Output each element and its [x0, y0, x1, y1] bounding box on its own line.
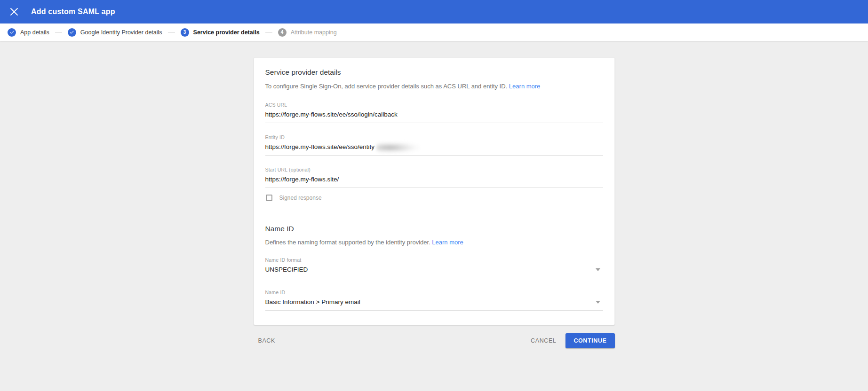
- wizard-footer: BACK CANCEL CONTINUE: [254, 333, 615, 348]
- start-url-input[interactable]: https://forge.my-flows.site/: [265, 176, 603, 188]
- acs-url-input[interactable]: https://forge.my-flows.site/ee/sso/login…: [265, 111, 603, 123]
- entity-id-value: https://forge.my-flows.site/ee/sso/entit…: [265, 143, 375, 150]
- acs-url-label: ACS URL: [265, 102, 603, 108]
- signed-response-label: Signed response: [279, 195, 322, 201]
- step-service-provider-details[interactable]: 3 Service provider details: [181, 28, 260, 37]
- back-button[interactable]: BACK: [254, 334, 280, 348]
- step-complete-check-icon: [8, 28, 16, 37]
- name-id-format-label: Name ID format: [265, 257, 603, 263]
- name-id-format-field: Name ID format UNSPECIFIED: [265, 257, 603, 278]
- name-id-field: Name ID Basic Information > Primary emai…: [265, 289, 603, 311]
- name-id-label: Name ID: [265, 289, 603, 295]
- acs-url-field: ACS URL https://forge.my-flows.site/ee/s…: [265, 102, 603, 123]
- step-separator: [55, 32, 62, 32]
- step-google-idp-details[interactable]: Google Identity Provider details: [68, 28, 162, 37]
- learn-more-link[interactable]: Learn more: [509, 83, 540, 90]
- start-url-label: Start URL (optional): [265, 167, 603, 172]
- acs-url-value: https://forge.my-flows.site/ee/sso/login…: [265, 111, 398, 118]
- name-id-value: Basic Information > Primary email: [265, 298, 360, 305]
- continue-button[interactable]: CONTINUE: [565, 333, 614, 348]
- cancel-button[interactable]: CANCEL: [526, 334, 561, 348]
- card-description-text: To configure Single Sign-On, add service…: [265, 83, 508, 90]
- step-separator: [168, 32, 175, 32]
- name-id-select[interactable]: Basic Information > Primary email: [265, 298, 603, 311]
- card-title: Service provider details: [265, 68, 603, 77]
- chevron-down-icon: [596, 301, 600, 304]
- name-id-format-value: UNSPECIFIED: [265, 266, 308, 273]
- step-separator: [265, 32, 272, 32]
- entity-id-label: Entity ID: [265, 134, 603, 140]
- card-description: To configure Single Sign-On, add service…: [265, 82, 603, 91]
- step-attribute-mapping[interactable]: 4 Attribute mapping: [278, 28, 337, 37]
- name-id-learn-more-link[interactable]: Learn more: [432, 239, 463, 246]
- chevron-down-icon: [596, 268, 600, 271]
- dialog-title: Add custom SAML app: [31, 8, 115, 16]
- footer-right-actions: CANCEL CONTINUE: [526, 333, 614, 348]
- start-url-value: https://forge.my-flows.site/: [265, 176, 339, 183]
- signed-response-checkbox[interactable]: [266, 195, 272, 201]
- step-number-badge: 3: [181, 28, 189, 37]
- step-app-details[interactable]: App details: [8, 28, 49, 37]
- name-id-format-select[interactable]: UNSPECIFIED: [265, 266, 603, 278]
- name-id-description-text: Defines the naming format supported by t…: [265, 239, 430, 246]
- step-label: Google Identity Provider details: [80, 29, 162, 36]
- name-id-section-title: Name ID: [265, 225, 603, 233]
- step-label: Service provider details: [193, 29, 260, 36]
- page-content: Service provider details To configure Si…: [0, 41, 868, 348]
- entity-id-input[interactable]: https://forge.my-flows.site/ee/sso/entit…: [265, 143, 603, 156]
- step-number-badge: 4: [278, 28, 287, 37]
- close-icon[interactable]: [8, 6, 20, 17]
- wizard-stepper: App details Google Identity Provider det…: [0, 23, 868, 41]
- entity-id-field: Entity ID https://forge.my-flows.site/ee…: [265, 134, 603, 156]
- step-complete-check-icon: [68, 28, 76, 37]
- signed-response-row: Signed response: [265, 195, 603, 201]
- start-url-field: Start URL (optional) https://forge.my-fl…: [265, 167, 603, 188]
- step-label: App details: [20, 29, 49, 36]
- entity-id-redaction-blur: [376, 142, 420, 153]
- name-id-section-description: Defines the naming format supported by t…: [265, 239, 603, 246]
- step-label: Attribute mapping: [291, 29, 337, 36]
- service-provider-card: Service provider details To configure Si…: [254, 57, 615, 325]
- app-bar: Add custom SAML app: [0, 0, 868, 23]
